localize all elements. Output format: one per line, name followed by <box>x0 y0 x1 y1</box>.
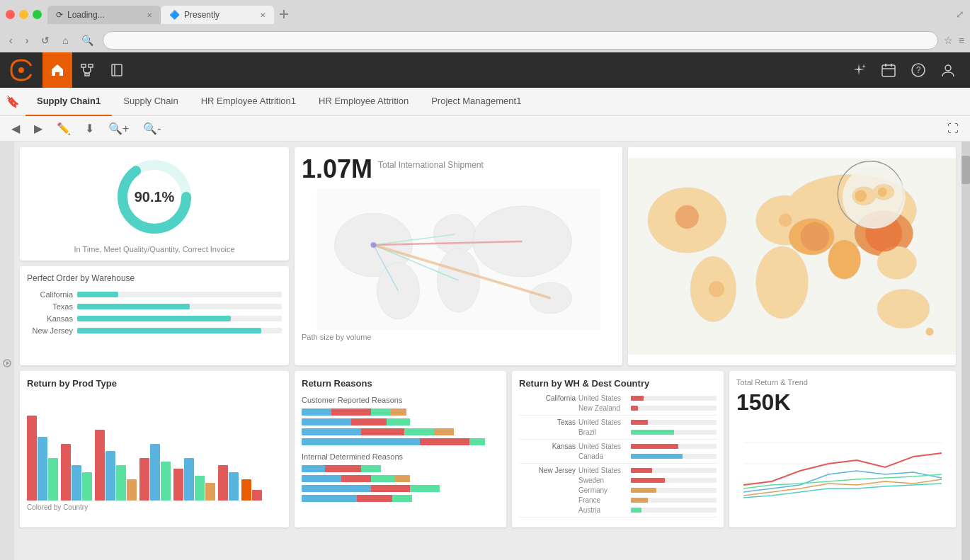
stacked-bar-row <box>302 418 499 425</box>
forward-button[interactable]: › <box>22 33 33 47</box>
tab-hr-attrition[interactable]: HR Employee Attrition <box>307 88 420 116</box>
wh-bar-fill <box>631 478 665 483</box>
new-tab-button[interactable] <box>274 4 294 24</box>
reasons-title: Return Reasons <box>302 378 499 389</box>
wh-country-label: United States <box>578 418 628 426</box>
trend-title: Total Return & Trend <box>736 378 949 387</box>
fullscreen-traffic-light[interactable] <box>33 10 42 19</box>
browser-tab-loading[interactable]: ⟳ Loading... ✕ <box>47 6 161 24</box>
stacked-bar-seg <box>302 428 361 435</box>
tab-hr-attrition1[interactable]: HR Employee Attrition1 <box>190 88 307 116</box>
next-button[interactable]: ▶ <box>30 120 47 137</box>
presently-tab-label: Presently <box>184 10 219 20</box>
stacked-bar-seg <box>331 408 371 416</box>
wh-row: Sweden <box>519 476 717 484</box>
svg-point-47 <box>675 205 699 229</box>
svg-rect-12 <box>882 65 895 76</box>
world-map-svg <box>302 188 615 330</box>
bar-segment <box>105 451 115 501</box>
presently-tab-close[interactable]: ✕ <box>260 11 266 19</box>
scrollbar-thumb[interactable] <box>962 156 970 184</box>
stacked-bar-seg <box>361 428 404 435</box>
wh-bar-fill <box>631 430 674 435</box>
stacked-bar-row <box>302 408 499 416</box>
nav-diagram-button[interactable] <box>72 52 102 88</box>
download-button[interactable]: ⬇ <box>81 120 98 137</box>
right-scrollbar[interactable] <box>962 142 970 560</box>
wh-row: New Zealand <box>519 404 717 412</box>
bookmark-icon[interactable]: ☆ <box>944 35 953 46</box>
svg-point-57 <box>855 190 867 202</box>
user-button[interactable] <box>935 57 962 84</box>
toolbar: ◀ ▶ ✏️ ⬇ 🔍+ 🔍- ⛶ <box>0 116 970 142</box>
fullscreen-button[interactable]: ⛶ <box>943 121 963 137</box>
minimize-traffic-light[interactable] <box>19 10 28 19</box>
help-button[interactable]: ? <box>905 57 932 84</box>
address-input[interactable] <box>103 31 938 50</box>
content-area: 90.1% In Time, Meet Quality/Quantity, Co… <box>14 142 962 560</box>
bar-fill <box>77 304 190 309</box>
tab-project-mgmt1[interactable]: Project Management1 <box>420 88 532 116</box>
search-button[interactable]: 🔍 <box>78 33 97 47</box>
svg-point-59 <box>925 328 933 336</box>
window-controls: ⤢ <box>956 8 964 20</box>
prev-button[interactable]: ◀ <box>7 120 24 137</box>
bar-row: New Jersey <box>27 326 282 335</box>
bar-row: California <box>27 290 282 299</box>
stacked-bar-seg <box>391 408 406 416</box>
traffic-lights <box>6 10 42 19</box>
home-button[interactable]: ⌂ <box>59 33 72 47</box>
tab-supply-chain1[interactable]: Supply Chain1 <box>25 88 112 116</box>
loading-tab-close[interactable]: ✕ <box>147 11 152 19</box>
back-button[interactable]: ‹ <box>6 33 16 47</box>
bar-group <box>218 465 239 501</box>
edit-button[interactable]: ✏️ <box>52 120 75 137</box>
stacked-bar-seg <box>434 428 454 435</box>
wh-warehouse-label: New Jersey <box>519 467 576 474</box>
bar-segment <box>173 469 183 501</box>
browser-tab-presently[interactable]: 🔷 Presently ✕ <box>161 6 274 24</box>
tab-supply-chain[interactable]: Supply Chain <box>112 88 189 116</box>
wh-warehouse-label: California <box>519 394 576 402</box>
trend-chart-svg <box>736 421 949 506</box>
bar-segment <box>38 437 47 501</box>
wh-bar-track <box>631 430 717 435</box>
bar-group <box>61 444 92 501</box>
bar-fill <box>77 328 261 333</box>
dashboard-tabs: 🔖 Supply Chain1 Supply Chain HR Employee… <box>0 88 970 116</box>
stacked-bar-row <box>302 485 499 492</box>
reload-button[interactable]: ↺ <box>38 33 53 47</box>
stacked-bar-seg <box>302 475 341 482</box>
wh-warehouse-label: Texas <box>519 418 576 426</box>
close-traffic-light[interactable] <box>6 10 15 19</box>
address-icons: ☆ ≡ <box>944 35 964 46</box>
more-icon[interactable]: ≡ <box>959 35 964 46</box>
zoom-in-button[interactable]: 🔍+ <box>104 120 133 137</box>
zoom-out-button[interactable]: 🔍- <box>139 120 165 137</box>
stacked-bar-seg <box>361 465 381 472</box>
bar-segment <box>127 479 137 501</box>
sidebar-toggle[interactable] <box>0 142 14 560</box>
prod-label: Colored by Country <box>27 503 282 511</box>
wh-bar-fill <box>631 396 644 401</box>
nav-book-button[interactable] <box>102 52 132 88</box>
wh-bar-track <box>631 468 717 473</box>
address-bar: ‹ › ↺ ⌂ 🔍 ☆ ≡ <box>0 28 970 52</box>
donut-chart: 90.1% <box>112 154 197 239</box>
wh-bar-fill <box>631 406 638 411</box>
bar-segment <box>72 465 81 501</box>
svg-point-49 <box>779 214 792 227</box>
presently-favicon: 🔷 <box>169 10 180 20</box>
svg-point-50 <box>801 222 830 251</box>
calendar-button[interactable] <box>875 57 902 84</box>
warehouse-bars: California Texas Kansas New Jersey <box>27 290 282 335</box>
nav-home-button[interactable] <box>42 52 72 88</box>
wh-sections: California United States New Zealand Tex… <box>519 394 717 518</box>
sparkle-button[interactable] <box>845 57 872 84</box>
wh-bar-track <box>631 454 717 459</box>
expand-icon[interactable]: ⤢ <box>956 8 964 20</box>
svg-point-18 <box>945 65 951 71</box>
bar-segment <box>95 430 105 501</box>
wh-row: Texas United States <box>519 418 717 426</box>
geo-svg <box>628 147 956 365</box>
